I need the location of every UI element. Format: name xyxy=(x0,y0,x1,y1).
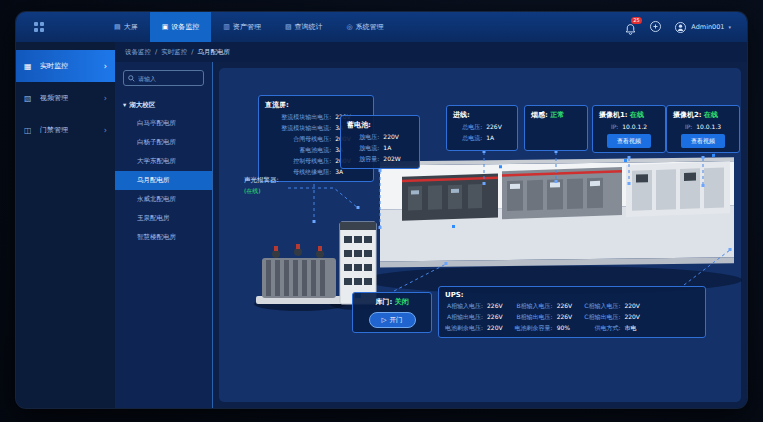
annotation-title: 烟感: 正常 xyxy=(531,110,581,120)
sidebar-item-label: 视频管理 xyxy=(40,93,104,103)
breadcrumb-part[interactable]: 设备监控 xyxy=(125,48,151,57)
tree-item-substation[interactable]: 玉泉配电房 xyxy=(115,209,212,228)
door-label: 库门: xyxy=(375,298,392,306)
alarm-label: 声光报警器: xyxy=(244,176,279,185)
field-value: 220V xyxy=(383,133,413,142)
annotation-title: 库门: 关闭 xyxy=(359,297,425,307)
camera2-annotation: 摄像机2: 在线 IP:10.0.1.3 查看视频 xyxy=(666,105,740,153)
view-video-button[interactable]: 查看视频 xyxy=(681,134,725,148)
annotation-title: UPS: xyxy=(445,291,699,299)
tree-root-label: 湖大校区 xyxy=(129,101,155,110)
smoke-label: 烟感: xyxy=(531,111,548,119)
camera1-annotation: 摄像机1: 在线 IP:10.0.1.2 查看视频 xyxy=(592,105,666,153)
nav-label: 资产管理 xyxy=(233,22,261,32)
chevron-right-icon: › xyxy=(104,62,107,71)
camera1-label: 摄像机1: xyxy=(599,111,628,119)
avatar-icon xyxy=(674,21,687,34)
chevron-right-icon: › xyxy=(104,126,107,135)
nav-item-assets[interactable]: ▥ 资产管理 xyxy=(211,12,273,42)
camera2-status: 在线 xyxy=(704,111,718,119)
battery-annotation: 蓄电池: 放电压:220V 放电流:1A 放容量:202W xyxy=(340,115,420,169)
ups-col-c: C相输入电压:220V C相输出电压:220V 供电方式:市电 xyxy=(584,302,640,333)
field-value: 1A xyxy=(486,134,511,143)
sidebar-item-realtime-monitor[interactable]: ▦ 实时监控 › xyxy=(16,50,115,82)
sidebar-item-label: 门禁管理 xyxy=(40,125,104,135)
chevron-down-icon: ▾ xyxy=(728,24,731,30)
field-value: 90% xyxy=(557,324,573,333)
camera1-ip: 10.0.1.2 xyxy=(622,123,659,130)
field-label: B相输出电压: xyxy=(515,313,553,322)
field-label: A相输出电压: xyxy=(445,313,483,322)
field-value: 1A xyxy=(383,144,413,153)
tree-item-substation[interactable]: 智慧楼配电房 xyxy=(115,228,212,247)
realtime-monitor-icon: ▦ xyxy=(24,62,36,71)
field-label: 总电流: xyxy=(453,134,482,143)
tree-item-substation[interactable]: 永威北配电所 xyxy=(115,190,212,209)
search-input[interactable] xyxy=(138,75,199,82)
view-video-button[interactable]: 查看视频 xyxy=(607,134,651,148)
field-value: 226V xyxy=(486,123,511,132)
alarm-status: (在线) xyxy=(244,187,279,196)
tree-item-substation[interactable]: 大学东配电所 xyxy=(115,152,212,171)
sidebar-item-video-management[interactable]: ▧ 视频管理 › xyxy=(16,82,115,114)
app-logo-icon xyxy=(34,22,44,32)
field-label: 电池剩余容量: xyxy=(515,324,553,333)
open-door-icon: ▷ xyxy=(382,316,387,324)
search-icon xyxy=(128,75,135,82)
nav-label: 查询统计 xyxy=(295,22,323,32)
sidebar-item-access-control[interactable]: ◫ 门禁管理 › xyxy=(16,114,115,146)
system-icon: ◎ xyxy=(347,23,353,31)
sound-light-alarm-annotation: 声光报警器: (在线) xyxy=(244,176,279,196)
nav-item-query-stats[interactable]: ▨ 查询统计 xyxy=(273,12,335,42)
camera2-ip: 10.0.1.3 xyxy=(696,123,733,130)
annotation-title: 进线: xyxy=(453,110,511,120)
tree-item-substation-selected[interactable]: 乌月配电所 xyxy=(115,171,212,190)
field-value: 202W xyxy=(383,155,413,164)
breadcrumb-current: 乌月配电所 xyxy=(197,48,230,57)
annotation-title: 摄像机2: 在线 xyxy=(673,110,733,120)
field-label: 放容量: xyxy=(347,155,379,164)
annotation-title: 摄像机1: 在线 xyxy=(599,110,659,120)
nav-item-system[interactable]: ◎ 系统管理 xyxy=(335,12,396,42)
breadcrumb: 设备监控 / 实时监控 / 乌月配电所 xyxy=(115,42,747,62)
ups-col-b: B相输入电压:226V B相输出电压:226V 电池剩余容量:90% xyxy=(515,302,573,333)
open-door-button[interactable]: ▷ 开门 xyxy=(369,312,416,328)
tree-root-campus[interactable]: ▾ 湖大校区 xyxy=(115,96,212,114)
screen-background: ▤ 大屏 ▣ 设备监控 ▥ 资产管理 ▨ 查询统计 ◎ 系统管理 xyxy=(0,0,763,422)
nav-label: 系统管理 xyxy=(356,22,384,32)
user-menu[interactable]: Admin001 ▾ xyxy=(674,21,731,34)
camera1-status: 在线 xyxy=(630,111,644,119)
nav-item-dashboard[interactable]: ▤ 大屏 xyxy=(102,12,150,42)
app-window: ▤ 大屏 ▣ 设备监控 ▥ 资产管理 ▨ 查询统计 ◎ 系统管理 xyxy=(16,12,747,408)
field-label: 整流模块输出电流: xyxy=(265,124,331,133)
field-label: 供电方式: xyxy=(584,324,620,333)
dashboard-icon: ▤ xyxy=(114,23,121,31)
door-annotation: 库门: 关闭 ▷ 开门 xyxy=(352,292,432,333)
nav-item-device-monitor[interactable]: ▣ 设备监控 xyxy=(150,12,212,42)
ip-label: IP: xyxy=(599,123,618,130)
assets-icon: ▥ xyxy=(223,23,230,31)
fullscreen-button[interactable] xyxy=(649,18,662,37)
annotation-title: 直流屏: xyxy=(265,100,367,110)
field-value: 220V xyxy=(624,302,640,311)
field-label: 电池剩余电压: xyxy=(445,324,483,333)
smoke-sensor-annotation: 烟感: 正常 xyxy=(524,105,588,151)
field-value: 226V xyxy=(487,302,503,311)
tree-search xyxy=(123,70,204,86)
field-value: 220V xyxy=(624,313,640,322)
ups-annotation: UPS: A相输入电压:226V A相输出电压:226V 电池剩余电压:220V… xyxy=(438,286,706,338)
stats-icon: ▨ xyxy=(285,23,292,31)
notification-bell-button[interactable]: 25 xyxy=(624,21,637,34)
user-name: Admin001 xyxy=(691,23,724,31)
field-label: B相输入电压: xyxy=(515,302,553,311)
tree-item-substation[interactable]: 白马亭配电所 xyxy=(115,114,212,133)
breadcrumb-part[interactable]: 实时监控 xyxy=(161,48,187,57)
ups-col-a: A相输入电压:226V A相输出电压:226V 电池剩余电压:220V xyxy=(445,302,503,333)
field-value: 226V xyxy=(487,313,503,322)
bell-icon xyxy=(624,23,637,36)
nav-label: 大屏 xyxy=(124,22,138,32)
fullscreen-icon xyxy=(649,20,662,33)
door-access-icon: ◫ xyxy=(24,126,36,135)
open-door-label: 开门 xyxy=(390,316,403,325)
tree-item-substation[interactable]: 白杨子配电所 xyxy=(115,133,212,152)
